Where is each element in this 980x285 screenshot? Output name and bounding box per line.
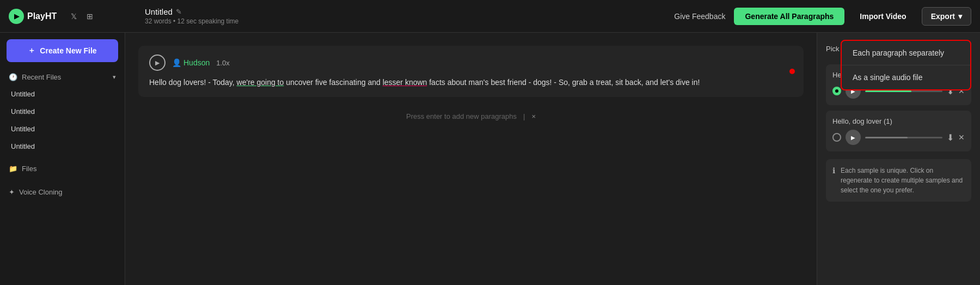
- sidebar: ＋ Create New File 🕐 Recent Files ▾ Untit…: [0, 33, 125, 285]
- folder-icon: 📁: [9, 165, 17, 173]
- export-button[interactable]: Export ▾: [922, 7, 971, 26]
- info-icon: ℹ: [832, 166, 835, 175]
- voice-cloning-label: Voice Cloning: [19, 188, 63, 196]
- logo-play-symbol: ▶: [14, 13, 19, 20]
- twitter-icon[interactable]: 𝕏: [68, 10, 79, 22]
- doc-title-text: Untitled: [145, 7, 173, 16]
- logo-area: ▶ PlayHT 𝕏 ⊞: [9, 9, 134, 24]
- export-area: Export ▾ Each paragraph separately As a …: [922, 7, 971, 26]
- add-paragraph-hint: Press enter to add new paragraphs | ×: [138, 104, 804, 129]
- version-2-play-button[interactable]: ▶: [846, 130, 861, 145]
- export-option-single[interactable]: As a single audio file: [842, 65, 970, 89]
- paragraph-header: ▶ 👤 Hudson 1.0x: [149, 54, 793, 71]
- version-2-download-icon[interactable]: ⬇: [947, 132, 954, 143]
- voice-name[interactable]: 👤 Hudson: [172, 58, 210, 67]
- voice-name-text: Hudson: [183, 58, 210, 67]
- feedback-button[interactable]: Give Feedback: [674, 12, 725, 21]
- create-plus-icon: ＋: [28, 46, 35, 56]
- topbar: ▶ PlayHT 𝕏 ⊞ Untitled ✎ 32 words • 12 se…: [0, 0, 980, 33]
- version-1-progress-bar: [865, 90, 942, 92]
- export-dropdown: Each paragraph separately As a single au…: [841, 40, 971, 90]
- topbar-actions: Give Feedback Generate All Paragraphs Im…: [674, 7, 971, 26]
- export-option-paragraph[interactable]: Each paragraph separately: [842, 41, 970, 65]
- doc-title-area: Untitled ✎: [145, 7, 674, 16]
- export-chevron-icon: ▾: [958, 12, 962, 21]
- pipe-separator: |: [523, 112, 525, 120]
- doc-info: Untitled ✎ 32 words • 12 sec speaking ti…: [134, 7, 674, 25]
- paragraph-text[interactable]: Hello dog lovers! - Today, we're going t…: [149, 76, 793, 88]
- clock-icon: 🕐: [9, 73, 17, 81]
- recent-file-item-3[interactable]: Untitled: [7, 120, 118, 137]
- playht-logo-icon: ▶: [9, 9, 24, 24]
- audio-controls-2: ▶ ⬇ ✕: [832, 130, 965, 145]
- text-segment-2: lesser known: [383, 78, 427, 87]
- recent-files-chevron-icon: ▾: [113, 74, 116, 81]
- voice-speed[interactable]: 1.0x: [216, 59, 230, 67]
- social-icons: 𝕏 ⊞: [68, 10, 96, 22]
- export-label: Export: [931, 12, 955, 21]
- version-1-progress-fill: [865, 90, 911, 92]
- info-box: ℹ Each sample is unique. Click on regene…: [826, 159, 971, 202]
- import-video-button[interactable]: Import Video: [853, 8, 912, 25]
- recent-files-label: Recent Files: [22, 73, 61, 81]
- voice-avatar-icon: 👤: [172, 58, 181, 67]
- version-2-close-icon[interactable]: ✕: [958, 133, 965, 142]
- recent-file-item-1[interactable]: Untitled: [7, 86, 118, 102]
- close-hint-button[interactable]: ×: [531, 112, 536, 120]
- files-nav-label: Files: [22, 165, 36, 173]
- recording-indicator: [789, 69, 795, 74]
- add-paragraph-text: Press enter to add new paragraphs: [406, 112, 517, 120]
- version-2-radio[interactable]: [832, 133, 841, 142]
- logo-text: PlayHT: [27, 11, 57, 21]
- version-2-progress-bar: [865, 137, 942, 138]
- files-nav-item[interactable]: 📁 Files: [0, 159, 125, 178]
- info-text: Each sample is unique. Click on regenera…: [841, 166, 965, 195]
- paragraph-block: ▶ 👤 Hudson 1.0x Hello dog lovers! - Toda…: [138, 46, 804, 97]
- discord-icon[interactable]: ⊞: [84, 10, 96, 22]
- recent-files-section: 🕐 Recent Files ▾ Untitled Untitled Untit…: [0, 69, 125, 155]
- version-1-radio[interactable]: [832, 87, 841, 95]
- generate-all-button[interactable]: Generate All Paragraphs: [734, 8, 844, 25]
- main-layout: ＋ Create New File 🕐 Recent Files ▾ Untit…: [0, 33, 980, 285]
- voice-cloning-nav-item[interactable]: ✦ Voice Cloning: [0, 183, 125, 202]
- recent-file-item-2[interactable]: Untitled: [7, 103, 118, 120]
- doc-meta: 32 words • 12 sec speaking time: [145, 17, 674, 25]
- create-new-file-button[interactable]: ＋ Create New File: [7, 39, 118, 62]
- editor-area: ▶ 👤 Hudson 1.0x Hello dog lovers! - Toda…: [125, 33, 817, 285]
- create-new-file-label: Create New File: [40, 46, 96, 55]
- doc-edit-icon[interactable]: ✎: [176, 8, 182, 16]
- version-2-progress-fill: [865, 137, 908, 138]
- text-segment-1: we're going to: [237, 78, 284, 87]
- voice-cloning-icon: ✦: [9, 188, 15, 196]
- paragraph-play-button[interactable]: ▶: [149, 54, 166, 71]
- audio-version-2: Hello, dog lover (1) ▶ ⬇ ✕: [826, 111, 971, 151]
- recent-files-header[interactable]: 🕐 Recent Files ▾: [7, 69, 118, 86]
- recent-files-list: Untitled Untitled Untitled Untitled: [7, 86, 118, 155]
- audio-version-2-title: Hello, dog lover (1): [832, 117, 965, 125]
- logo: ▶ PlayHT: [9, 9, 57, 24]
- recent-file-item-4[interactable]: Untitled: [7, 138, 118, 155]
